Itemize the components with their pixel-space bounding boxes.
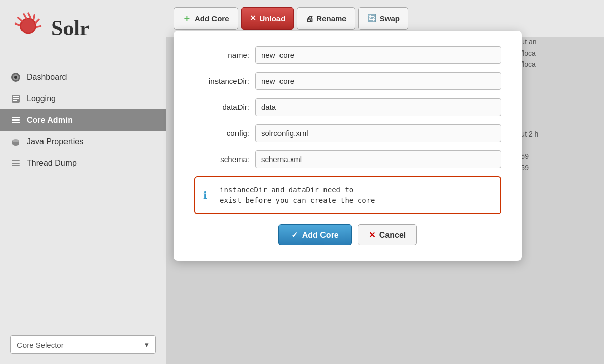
unload-label: Unload <box>260 14 286 23</box>
core-selector-wrapper: Core Selector ▾ <box>0 325 166 364</box>
rename-icon: 🖨 <box>306 14 313 23</box>
svg-rect-17 <box>12 119 20 121</box>
svg-point-21 <box>12 139 19 142</box>
instance-dir-field-row: instanceDir: <box>194 72 501 90</box>
name-input[interactable] <box>255 46 501 64</box>
svg-line-5 <box>24 14 26 18</box>
info-line-4: about 2 h <box>509 130 597 138</box>
core-selector-label: Core Selector <box>17 340 64 349</box>
add-core-dialog: name: instanceDir: dataDir: config: sche… <box>174 31 522 261</box>
info-line-6: 46459 <box>509 152 597 161</box>
unload-button[interactable]: ✕ Unload <box>241 7 294 30</box>
instance-dir-label: instanceDir: <box>194 77 255 85</box>
error-box: ℹ instanceDir and dataDir need toexist b… <box>194 176 501 214</box>
x-icon: ✕ <box>250 14 256 23</box>
thread-dump-icon <box>10 157 21 169</box>
svg-point-11 <box>14 76 17 79</box>
svg-line-7 <box>16 24 20 25</box>
dialog-cancel-label: Cancel <box>379 231 406 240</box>
sidebar-item-logging[interactable]: Logging <box>0 88 166 109</box>
data-dir-field-row: dataDir: <box>194 98 501 116</box>
svg-line-6 <box>18 18 22 21</box>
info-line-1: about an <box>509 38 597 46</box>
sidebar-item-java-properties-label: Java Properties <box>27 137 83 146</box>
sidebar-item-thread-dump[interactable]: Thread Dump <box>0 152 166 174</box>
sidebar-item-core-admin-label: Core Admin <box>27 116 73 125</box>
name-label: name: <box>194 51 255 59</box>
cancel-x-icon: ✕ <box>369 230 375 240</box>
swap-label: Swap <box>380 14 400 23</box>
error-message: instanceDir and dataDir need toexist bef… <box>220 185 375 206</box>
svg-rect-22 <box>12 160 20 161</box>
svg-rect-16 <box>12 117 20 118</box>
svg-rect-13 <box>13 96 19 97</box>
sidebar-item-logging-label: Logging <box>27 94 56 103</box>
rename-button[interactable]: 🖨 Rename <box>297 7 355 30</box>
sidebar-item-core-admin[interactable]: Core Admin <box>0 109 166 131</box>
svg-rect-23 <box>12 163 20 164</box>
svg-line-3 <box>36 19 39 22</box>
info-line-5: 12 <box>509 141 597 149</box>
svg-line-1 <box>28 13 30 18</box>
logging-icon <box>10 93 21 104</box>
sidebar-item-thread-dump-label: Thread Dump <box>27 158 77 168</box>
add-core-button[interactable]: ＋ Add Core <box>174 7 238 30</box>
sidebar-logo: Solr <box>0 0 166 51</box>
swap-icon: 🔄 <box>367 14 377 23</box>
chevron-down-icon: ▾ <box>145 340 149 349</box>
schema-label: schema: <box>194 155 255 164</box>
core-admin-icon <box>10 115 21 126</box>
checkmark-icon: ✓ <box>291 230 298 240</box>
info-icon: ℹ <box>203 189 214 201</box>
config-label: config: <box>194 129 255 138</box>
rename-label: Rename <box>316 14 346 23</box>
svg-rect-14 <box>13 98 19 99</box>
data-dir-label: dataDir: <box>194 103 255 111</box>
name-field-row: name: <box>194 46 501 64</box>
svg-rect-15 <box>13 100 17 101</box>
swap-button[interactable]: 🔄 Swap <box>358 7 408 30</box>
config-field-row: config: <box>194 124 501 142</box>
main-content: ＋ Add Core ✕ Unload 🖨 Rename 🔄 Swap name… <box>166 0 604 364</box>
sidebar-item-dashboard[interactable]: Dashboard <box>0 66 166 88</box>
dialog-cancel-button[interactable]: ✕ Cancel <box>358 224 417 245</box>
plus-icon: ＋ <box>182 12 191 25</box>
solr-logo-icon <box>10 10 46 46</box>
info-line-3: /usr/loca <box>509 60 597 69</box>
svg-point-8 <box>21 19 35 33</box>
sidebar: Solr Dashboard Logging Core Admin <box>0 0 166 364</box>
svg-line-2 <box>34 15 35 20</box>
info-line-7: 46459 <box>509 164 597 172</box>
dialog-actions: ✓ Add Core ✕ Cancel <box>194 224 501 245</box>
sidebar-item-java-properties[interactable]: Java Properties <box>0 131 166 152</box>
instance-dir-input[interactable] <box>255 72 501 90</box>
java-properties-icon <box>10 136 21 147</box>
svg-rect-18 <box>12 122 20 123</box>
svg-line-4 <box>37 26 41 27</box>
app-title: Solr <box>51 16 90 40</box>
dialog-add-core-label: Add Core <box>302 231 339 240</box>
schema-field-row: schema: <box>194 150 501 168</box>
data-dir-input[interactable] <box>255 98 501 116</box>
schema-input[interactable] <box>255 150 501 168</box>
sidebar-navigation: Dashboard Logging Core Admin Java Proper… <box>0 66 166 174</box>
svg-rect-24 <box>12 165 20 166</box>
config-input[interactable] <box>255 124 501 142</box>
dashboard-icon <box>10 72 21 83</box>
sidebar-item-dashboard-label: Dashboard <box>27 73 67 82</box>
info-line-2: /usr/loca <box>509 49 597 57</box>
add-core-label: Add Core <box>195 14 229 23</box>
dialog-add-core-button[interactable]: ✓ Add Core <box>278 224 352 245</box>
core-selector-dropdown[interactable]: Core Selector ▾ <box>10 335 156 354</box>
